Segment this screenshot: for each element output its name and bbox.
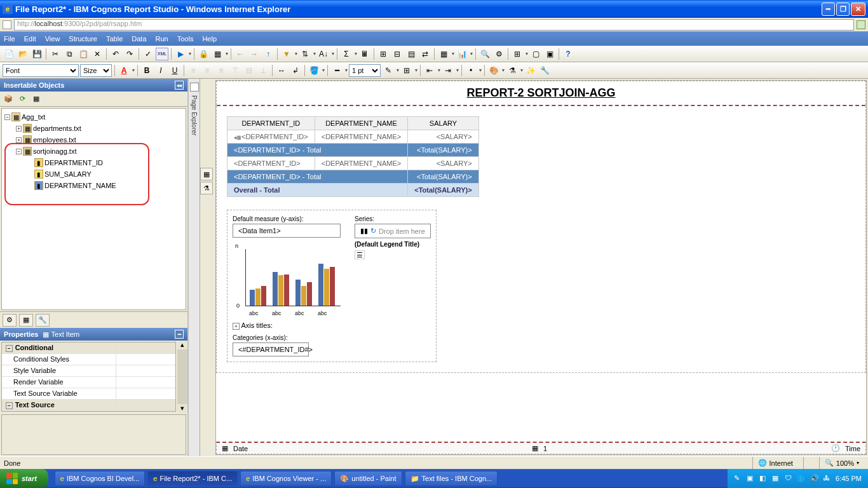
build-icon[interactable]: ⚙ [492,48,505,60]
data-items-tab-icon[interactable]: ▦ [19,314,33,327]
prop-group-text-source[interactable]: −Text Source [2,400,175,411]
total-cell[interactable]: <DEPARTMENT_ID> - Total [227,144,408,157]
headers2-icon[interactable]: ▦ [437,48,450,60]
legend-title[interactable]: (Default Legend Title) [355,241,431,248]
footer-date[interactable]: Date [233,445,248,452]
tray-icon[interactable]: ⓑ [797,474,806,483]
tray-icon[interactable]: ▦ [772,474,781,483]
column-header[interactable]: SALARY [408,117,478,130]
delete-icon[interactable]: ✕ [91,48,104,60]
vars-icon[interactable]: ▣ [543,48,556,60]
chart-preview[interactable]: n 0 abc abc abc abc [233,243,347,319]
line-weight-select[interactable]: 1 pt [349,64,381,77]
drill-icon[interactable]: 🔍 [478,48,491,60]
borders-icon[interactable]: ⊞ [400,64,413,77]
lock-icon[interactable]: 🔒 [197,48,210,60]
bgcolor-icon[interactable]: 🪣 [308,64,320,77]
task-button[interactable]: eIBM Cognos Viewer - ... [240,471,332,486]
wrap-icon[interactable]: ↲ [289,64,302,77]
menu-view[interactable]: View [45,35,60,43]
align-bottom-icon[interactable]: ⊥ [257,64,269,77]
insert-table-icon[interactable]: ⊞ [511,48,524,60]
data-cell[interactable]: ◂▦<DEPARTMENT_ID> [227,130,315,144]
nowrap-icon[interactable]: ↔ [275,64,288,77]
tray-icon[interactable]: ✎ [734,474,743,483]
pivot-icon[interactable]: ⊟ [391,48,403,60]
undo-icon[interactable]: ↶ [109,48,122,60]
calc-icon[interactable]: 🖩 [358,48,371,60]
save-icon[interactable]: 💾 [31,48,43,60]
categories-drop-zone[interactable]: <#DEPARTMENT_ID#> [233,342,309,356]
menu-tools[interactable]: Tools [177,35,194,43]
paste-icon[interactable]: 📋 [77,48,90,60]
line-color-icon[interactable]: ✎ [382,64,395,77]
cond-style-icon[interactable]: ⚗ [506,64,519,77]
footer-page[interactable]: 1 [543,445,547,452]
new-icon[interactable]: 📄 [3,48,15,60]
run-icon[interactable]: ▶ [174,48,187,60]
prop-row[interactable]: Style Variable [2,365,175,377]
data-cell[interactable]: <SALARY> [408,130,478,144]
swap-icon[interactable]: ⇄ [419,48,431,60]
series-drop-zone[interactable]: ▮▮ ↻ Drop item here [355,224,431,238]
align-right-icon[interactable]: ≡ [215,64,227,77]
prop-row[interactable]: Text Source Variable [2,388,175,400]
column-header[interactable]: DEPARTMENT_ID [227,117,315,130]
validate-icon[interactable]: ✓ [142,48,154,60]
data-cell[interactable]: <DEPARTMENT_ID> [227,157,315,170]
menu-structure[interactable]: Structure [69,35,97,43]
data-cell[interactable]: <DEPARTMENT_NAME> [315,130,408,144]
tree-node-departments[interactable]: + ▦ departments.txt [16,123,183,134]
sort-icon[interactable]: ⇅ [299,48,311,60]
menu-table[interactable]: Table [106,35,123,43]
bullets-icon[interactable]: • [465,64,477,77]
properties-scrollbar[interactable]: ▴ ▾ [177,341,187,413]
collapse-properties-icon[interactable]: ━ [175,330,184,339]
redo-icon[interactable]: ↷ [123,48,136,60]
menu-edit[interactable]: Edit [24,35,36,43]
indent-dec-icon[interactable]: ⇤ [423,64,436,77]
menu-file[interactable]: File [4,35,15,43]
axis-titles-label[interactable]: + Axis titles: [233,322,347,329]
total-cell[interactable]: <Total(SALARY)> [408,144,478,157]
class-icon[interactable]: ▢ [529,48,542,60]
query-explorer-icon[interactable]: ▦ [200,168,213,180]
headers-icon[interactable]: ▦ [211,48,224,60]
url-input[interactable]: http://localhost:9300/p2pd/pat/rsapp.htm [14,19,854,30]
refresh-tree-icon[interactable]: ⟳ [17,93,28,105]
tree-expand-icon[interactable]: + [16,126,22,132]
task-button[interactable]: eFile Report2* - IBM C... [147,471,238,486]
network-icon[interactable]: 🖧 [823,474,832,483]
options-icon[interactable]: ▦ [31,93,42,105]
close-button[interactable]: ✕ [851,3,865,16]
report-canvas[interactable]: REPORT-2 SORTJOIN-AGG DEPARTMENT_ID DEPA… [215,80,867,455]
clock[interactable]: 6:45 PM [836,475,862,482]
bold-icon[interactable]: B [140,64,153,77]
zoom-control[interactable]: 🔍 100% ▾ [819,457,864,469]
open-icon[interactable]: 📂 [17,48,29,60]
align-top-icon[interactable]: ⊤ [229,64,241,77]
forward-icon[interactable]: → [248,48,261,60]
volume-icon[interactable]: 🔊 [810,474,819,483]
tree-collapse-icon[interactable]: − [4,114,10,120]
font-select[interactable]: Font [3,64,79,77]
size-select[interactable]: Size [80,64,112,77]
overall-cell[interactable]: <Total(SALARY)> [408,184,478,197]
minimize-button[interactable]: ━ [822,3,835,16]
maximize-button[interactable]: ❐ [836,3,850,16]
font-color-icon[interactable]: A [118,64,130,77]
prop-group-conditional[interactable]: −Conditional [2,342,175,354]
page-explorer-tab[interactable]: Page Explorer [189,79,200,456]
align-middle-icon[interactable]: ⊟ [243,64,255,77]
footer-time[interactable]: Time [845,445,860,452]
measure-drop-zone[interactable]: <Data Item1> [233,224,341,238]
total-cell[interactable]: <Total(SALARY)> [408,170,478,184]
tray-icon[interactable]: 🛡 [785,474,794,483]
align-left-icon[interactable]: ≡ [187,64,200,77]
column-header[interactable]: DEPARTMENT_NAME [315,117,408,130]
align-center-icon[interactable]: ≡ [201,64,214,77]
tray-icon[interactable]: ▣ [747,474,756,483]
report-title[interactable]: REPORT-2 SORTJOIN-AGG [466,86,615,99]
indent-inc-icon[interactable]: ⇥ [442,64,454,77]
menu-run[interactable]: Run [156,35,168,43]
